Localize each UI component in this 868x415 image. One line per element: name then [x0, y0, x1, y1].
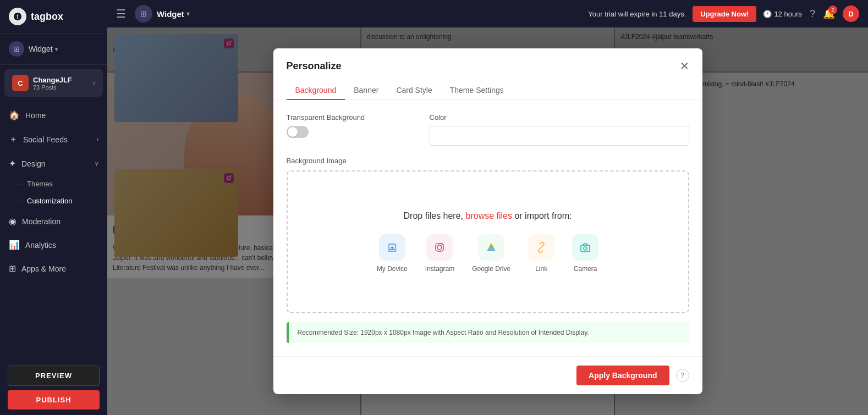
dropzone-sources: My Device Instagram [377, 234, 598, 273]
svg-point-13 [442, 244, 443, 245]
color-group: Color [430, 113, 689, 146]
file-dropzone[interactable]: Drop files here, browse files or import … [287, 170, 689, 313]
sidebar-nav: 🏠 Home ＋ Social Feeds › ✦ Design ∨ Theme… [0, 101, 107, 360]
menu-icon[interactable]: ☰ [116, 7, 126, 20]
sidebar-item-analytics[interactable]: 📊 Analytics [0, 233, 107, 257]
dropzone-or-text: or import from: [514, 211, 572, 220]
sidebar-item-social-feeds[interactable]: ＋ Social Feeds › [0, 127, 107, 152]
transparent-bg-toggle[interactable] [287, 126, 309, 138]
social-feeds-icon: ＋ [9, 134, 18, 145]
tab-card-style[interactable]: Card Style [387, 81, 441, 100]
design-icon: ✦ [9, 158, 16, 169]
sidebar-bottom: PREVIEW PUBLISH [0, 360, 107, 415]
notification-badge: 2 [828, 5, 837, 14]
transparent-bg-group: Transparent Background [287, 113, 416, 146]
bg-image-label: Background Image [287, 157, 689, 165]
hours-display: 🕐 12 hours [763, 10, 802, 18]
topbar-widget-icon: ⊞ [135, 5, 152, 23]
camera-icon [572, 234, 598, 261]
camera-source-label: Camera [574, 265, 597, 273]
my-device-icon [379, 234, 405, 261]
modal-body: Transparent Background Color [273, 100, 702, 356]
tab-background[interactable]: Background [287, 81, 345, 100]
google-drive-label: Google Drive [472, 265, 510, 273]
sidebar-item-design[interactable]: ✦ Design ∨ [0, 152, 107, 175]
svg-text:t: t [17, 14, 19, 20]
sidebar-item-customization[interactable]: Customization [0, 192, 107, 209]
analytics-icon: 📊 [9, 240, 20, 250]
source-camera[interactable]: Camera [572, 234, 598, 273]
bg-color-row: Transparent Background Color [287, 113, 689, 146]
transparent-bg-label: Transparent Background [287, 113, 416, 121]
hours-text: 12 hours [774, 10, 802, 18]
personalize-modal: Personalize ✕ Background Banner Card Sty… [273, 48, 702, 394]
modal-title: Personalize [287, 60, 342, 72]
topbar-dropdown-arrow[interactable]: ▾ [186, 10, 190, 18]
social-feeds-arrow: › [97, 136, 98, 142]
help-button[interactable]: ? [676, 369, 689, 382]
widget-label: Widget [29, 45, 53, 53]
info-text: Recommended Size: 1920px x 1080px Image … [298, 329, 589, 336]
help-icon[interactable]: ? [810, 8, 815, 20]
profile-posts: 73 Posts [33, 84, 93, 91]
source-instagram[interactable]: Instagram [425, 234, 454, 273]
profile-selector[interactable]: C ChangeJLF 73 Posts › [4, 69, 103, 97]
toggle-container [287, 126, 416, 138]
dropzone-main-text: Drop files here, [404, 211, 464, 220]
sidebar-item-moderation-label: Moderation [22, 217, 61, 226]
modal-header: Personalize ✕ [273, 48, 702, 73]
google-drive-icon [478, 234, 504, 261]
topbar: ☰ ⊞ Widget ▾ Your trial will expire in 1… [107, 0, 868, 27]
tab-banner[interactable]: Banner [345, 81, 387, 100]
browse-files-link[interactable]: browse files [466, 211, 512, 220]
widget-selector[interactable]: ⊞ Widget ▾ [0, 34, 107, 65]
modal-footer: Apply Background ? [273, 356, 702, 394]
topbar-icons: ? 🔔 2 D [810, 5, 859, 22]
link-source-icon [528, 234, 554, 261]
profile-arrow: › [93, 79, 95, 87]
widget-icon: ⊞ [9, 41, 24, 57]
app-container: t tagbox ⊞ Widget ▾ C ChangeJLF 73 Posts… [0, 0, 868, 415]
svg-rect-10 [432, 240, 447, 255]
logo-icon: t [9, 8, 26, 25]
profile-info: ChangeJLF 73 Posts [33, 76, 93, 91]
sidebar-item-analytics-label: Analytics [25, 241, 56, 250]
profile-avatar: C [12, 75, 29, 91]
sidebar-item-moderation[interactable]: ◉ Moderation [0, 209, 107, 233]
themes-label: Themes [27, 180, 53, 188]
dropzone-text: Drop files here, browse files or import … [404, 211, 572, 221]
sidebar-item-social-feeds-label: Social Feeds [23, 135, 68, 144]
publish-button[interactable]: PUBLISH [8, 390, 100, 410]
link-source-label: Link [535, 265, 547, 273]
sidebar: t tagbox ⊞ Widget ▾ C ChangeJLF 73 Posts… [0, 0, 107, 415]
source-link[interactable]: Link [528, 234, 554, 273]
apply-background-button[interactable]: Apply Background [576, 366, 669, 385]
info-bar: Recommended Size: 1920px x 1080px Image … [287, 322, 689, 343]
notifications-button[interactable]: 🔔 2 [823, 8, 835, 20]
widget-dropdown-arrow: ▾ [55, 46, 58, 52]
source-my-device[interactable]: My Device [377, 234, 408, 273]
customization-label: Customization [27, 197, 72, 205]
sidebar-item-apps-more[interactable]: ⊞ Apps & More [0, 257, 107, 280]
sidebar-item-home[interactable]: 🏠 Home [0, 103, 107, 127]
topbar-title: Widget [157, 9, 184, 19]
source-google-drive[interactable]: Google Drive [472, 234, 510, 273]
instagram-source-label: Instagram [425, 265, 454, 273]
color-input[interactable] [430, 126, 689, 146]
clock-icon: 🕐 [763, 10, 772, 18]
my-device-label: My Device [377, 265, 408, 273]
modal-tabs: Background Banner Card Style Theme Setti… [273, 73, 702, 100]
sidebar-item-apps-label: Apps & More [21, 264, 66, 273]
sidebar-item-design-label: Design [21, 159, 46, 168]
instagram-source-icon [426, 234, 453, 261]
home-icon: 🏠 [9, 110, 20, 120]
toggle-knob [288, 127, 298, 137]
sidebar-item-themes[interactable]: Themes [0, 175, 107, 192]
upgrade-button[interactable]: Upgrade Now! [693, 6, 756, 22]
apps-icon: ⊞ [9, 263, 16, 274]
preview-button[interactable]: PREVIEW [8, 366, 100, 386]
tab-theme-settings[interactable]: Theme Settings [441, 81, 513, 100]
user-avatar[interactable]: D [843, 5, 859, 22]
modal-close-button[interactable]: ✕ [680, 59, 689, 73]
design-arrow: ∨ [95, 161, 98, 167]
